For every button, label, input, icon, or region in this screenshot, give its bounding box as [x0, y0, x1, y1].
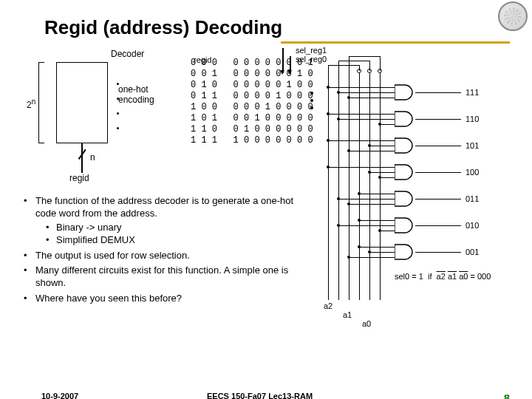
wire: [380, 56, 381, 71]
dot-icon: [310, 92, 313, 95]
onehot-label-1: one-hot: [118, 84, 149, 95]
wire: [369, 61, 370, 71]
node-icon: [347, 256, 350, 259]
wire: [338, 225, 395, 226]
node-icon: [327, 166, 330, 168]
decoder-block-figure: Decoder 2n one-hot encoding n regid: [30, 49, 177, 174]
gate-output-label: 101: [466, 141, 479, 150]
wire: [328, 114, 395, 115]
truth-row: 1 0 1 0 0 1 0 0 0 0 0: [191, 113, 313, 124]
wire: [338, 119, 395, 120]
decoder-circuit: 111 110 101 100 011 010: [321, 71, 520, 322]
truth-table-header: regid: [194, 55, 211, 66]
input-stem-wire: [81, 143, 83, 173]
decoder-label: Decoder: [111, 49, 144, 59]
and-gate-icon: [395, 244, 415, 260]
wire: [328, 71, 329, 300]
wire: [415, 146, 461, 146]
node-icon: [327, 139, 330, 142]
node-icon: [358, 245, 361, 248]
and-gate-icon: [395, 191, 415, 207]
node-icon: [378, 229, 381, 232]
wire: [349, 257, 395, 258]
wire: [338, 61, 339, 71]
bullet-text: Many different circuits exist for this f…: [35, 265, 288, 288]
n-superscript: n: [32, 98, 36, 106]
wire: [338, 199, 395, 200]
wire: [369, 172, 395, 173]
bullet-text: Simplified DEMUX: [56, 234, 135, 245]
wire: [328, 65, 329, 71]
bullet-list: The function of the address decoder is t…: [21, 195, 316, 308]
onehot-label-2: encoding: [118, 95, 154, 105]
node-icon: [347, 96, 350, 99]
node-icon: [368, 144, 371, 147]
sel0-note: sel0 = 1 if a2 a1 a0 = 000: [395, 272, 491, 281]
wire: [349, 98, 395, 98]
wire: [338, 61, 369, 61]
node-icon: [337, 91, 340, 94]
node-icon: [368, 250, 371, 253]
height-label: 2n: [27, 98, 35, 110]
wire: [380, 231, 395, 231]
sel-reg1-label: sel_reg1: [296, 46, 327, 55]
input-a2-label: a2: [324, 301, 332, 310]
wire: [359, 220, 395, 221]
wire: [380, 124, 395, 125]
wire: [369, 252, 395, 253]
wire: [415, 119, 461, 120]
node-icon: [337, 117, 340, 120]
node-icon: [378, 123, 381, 126]
and-gate-icon: [395, 164, 415, 180]
wire: [328, 65, 359, 66]
dot-icon: [117, 112, 119, 115]
node-icon: [327, 86, 330, 89]
node-icon: [337, 224, 340, 227]
truth-row: 0 1 0 0 0 0 0 0 1 0 0: [191, 80, 313, 91]
gate-output-label: 100: [466, 168, 479, 177]
wire: [369, 146, 395, 146]
a0bar: a0: [459, 272, 468, 281]
node-icon: [347, 202, 350, 205]
node-icon: [378, 176, 381, 179]
bullet-text: Where have you seen this before?: [35, 293, 182, 304]
wire: [359, 71, 360, 300]
truth-row: 1 1 1 1 0 0 0 0 0 0 0: [191, 135, 313, 146]
bullet-text: Binary -> unary: [56, 222, 122, 233]
dot-icon: [310, 99, 313, 102]
wire: [349, 204, 395, 205]
gate-output-label: 111: [466, 88, 479, 97]
footer-page-number: 8: [504, 392, 510, 399]
node-icon: [368, 171, 371, 174]
wire: [359, 194, 395, 194]
gate-output-label: 001: [466, 248, 479, 256]
truth-row: 0 1 1 0 0 0 0 1 0 0 0: [191, 91, 313, 102]
input-a0-label: a0: [362, 319, 371, 328]
wire: [359, 247, 395, 248]
dot-icon: [117, 127, 119, 129]
wire: [349, 71, 349, 300]
truth-row: 0 0 1 0 0 0 0 0 0 1 0: [191, 69, 313, 80]
bullet-text: The output is used for row selection.: [35, 250, 190, 261]
bullet-text: The function of the address decoder is t…: [35, 195, 293, 219]
footer-course: EECS 150-Fa07 Lec13-RAM: [207, 392, 313, 399]
and-gate-icon: [395, 217, 415, 233]
university-seal-icon: [498, 1, 528, 31]
wire: [380, 71, 381, 300]
a2bar: a2: [437, 272, 446, 281]
wire: [369, 71, 370, 300]
wire: [328, 140, 395, 141]
wire: [349, 56, 380, 57]
truth-row: 1 0 0 0 0 0 1 0 0 0 0: [191, 102, 313, 113]
bullet-item: Many different circuits exist for this f…: [21, 265, 316, 290]
wire: [415, 199, 461, 200]
n-label: n: [90, 152, 95, 163]
node-icon: [347, 149, 350, 152]
two-label: 2: [27, 100, 32, 110]
slide-title: Regid (address) Decoding: [44, 16, 282, 39]
wire: [328, 167, 395, 168]
truth-row: 1 1 0 0 1 0 0 0 0 0 0: [191, 124, 313, 135]
gate-output-label: 010: [466, 221, 479, 230]
input-a1-label: a1: [343, 310, 352, 319]
decoder-box: [56, 62, 108, 143]
